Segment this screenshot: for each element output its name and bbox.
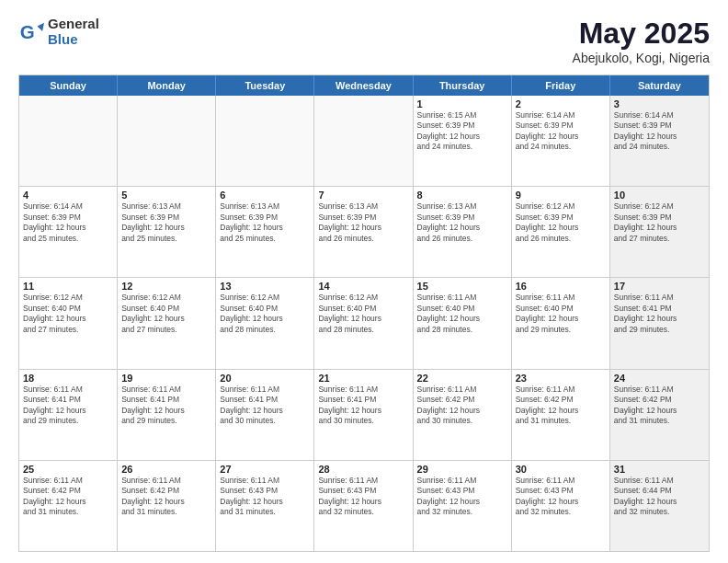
cell-info: Sunrise: 6:11 AM Sunset: 6:43 PM Dayligh…: [220, 476, 310, 518]
header-day-tuesday: Tuesday: [216, 75, 314, 96]
cal-cell-29: 29Sunrise: 6:11 AM Sunset: 6:43 PM Dayli…: [414, 461, 512, 551]
header-day-thursday: Thursday: [414, 75, 512, 96]
cal-cell-6: 6Sunrise: 6:13 AM Sunset: 6:39 PM Daylig…: [216, 187, 314, 277]
day-number: 5: [121, 190, 211, 201]
cal-cell-21: 21Sunrise: 6:11 AM Sunset: 6:41 PM Dayli…: [314, 370, 413, 460]
cal-cell-empty-0: [19, 96, 118, 186]
cal-cell-14: 14Sunrise: 6:12 AM Sunset: 6:40 PM Dayli…: [314, 278, 413, 368]
calendar-row-2: 11Sunrise: 6:12 AM Sunset: 6:40 PM Dayli…: [19, 278, 709, 369]
cell-info: Sunrise: 6:12 AM Sunset: 6:39 PM Dayligh…: [614, 201, 705, 244]
header-day-saturday: Saturday: [610, 75, 709, 96]
day-number: 6: [220, 190, 310, 201]
cal-cell-20: 20Sunrise: 6:11 AM Sunset: 6:41 PM Dayli…: [216, 370, 314, 460]
svg-marker-1: [38, 22, 44, 30]
cal-cell-17: 17Sunrise: 6:11 AM Sunset: 6:41 PM Dayli…: [610, 278, 709, 368]
cell-info: Sunrise: 6:11 AM Sunset: 6:41 PM Dayligh…: [220, 385, 310, 427]
cal-cell-2: 2Sunrise: 6:14 AM Sunset: 6:39 PM Daylig…: [512, 96, 610, 186]
cell-info: Sunrise: 6:11 AM Sunset: 6:41 PM Dayligh…: [614, 293, 705, 335]
month-title: May 2025: [573, 17, 710, 51]
cal-cell-4: 4Sunrise: 6:14 AM Sunset: 6:39 PM Daylig…: [19, 187, 118, 277]
calendar-header: SundayMondayTuesdayWednesdayThursdayFrid…: [19, 75, 709, 96]
logo-blue-text: Blue: [48, 32, 99, 48]
cal-cell-5: 5Sunrise: 6:13 AM Sunset: 6:39 PM Daylig…: [118, 187, 216, 277]
cell-info: Sunrise: 6:13 AM Sunset: 6:39 PM Dayligh…: [220, 201, 310, 244]
day-number: 2: [516, 98, 606, 109]
location: Abejukolo, Kogi, Nigeria: [573, 51, 710, 65]
day-number: 20: [220, 373, 310, 384]
header-day-friday: Friday: [512, 75, 610, 96]
cell-info: Sunrise: 6:15 AM Sunset: 6:39 PM Dayligh…: [417, 110, 507, 153]
cell-info: Sunrise: 6:12 AM Sunset: 6:40 PM Dayligh…: [23, 293, 113, 335]
header-day-wednesday: Wednesday: [314, 75, 413, 96]
cell-info: Sunrise: 6:11 AM Sunset: 6:42 PM Dayligh…: [23, 476, 113, 518]
cell-info: Sunrise: 6:14 AM Sunset: 6:39 PM Dayligh…: [23, 201, 113, 244]
title-section: May 2025 Abejukolo, Kogi, Nigeria: [573, 17, 710, 65]
calendar-row-3: 18Sunrise: 6:11 AM Sunset: 6:41 PM Dayli…: [19, 370, 709, 461]
cal-cell-empty-3: [314, 96, 413, 186]
cal-cell-12: 12Sunrise: 6:12 AM Sunset: 6:40 PM Dayli…: [118, 278, 216, 368]
cell-info: Sunrise: 6:11 AM Sunset: 6:42 PM Dayligh…: [614, 385, 705, 427]
cell-info: Sunrise: 6:12 AM Sunset: 6:39 PM Dayligh…: [516, 201, 606, 244]
logo-icon: G: [18, 19, 44, 45]
day-number: 25: [23, 464, 113, 475]
cell-info: Sunrise: 6:11 AM Sunset: 6:41 PM Dayligh…: [121, 385, 211, 427]
day-number: 15: [417, 281, 507, 292]
cell-info: Sunrise: 6:11 AM Sunset: 6:41 PM Dayligh…: [318, 385, 408, 427]
cal-cell-27: 27Sunrise: 6:11 AM Sunset: 6:43 PM Dayli…: [216, 461, 314, 551]
cal-cell-8: 8Sunrise: 6:13 AM Sunset: 6:39 PM Daylig…: [414, 187, 512, 277]
day-number: 22: [417, 373, 507, 384]
header-day-monday: Monday: [118, 75, 216, 96]
day-number: 26: [121, 464, 211, 475]
cell-info: Sunrise: 6:12 AM Sunset: 6:40 PM Dayligh…: [121, 293, 211, 335]
cell-info: Sunrise: 6:12 AM Sunset: 6:40 PM Dayligh…: [220, 293, 310, 335]
cal-cell-10: 10Sunrise: 6:12 AM Sunset: 6:39 PM Dayli…: [610, 187, 709, 277]
day-number: 17: [614, 281, 705, 292]
day-number: 18: [23, 373, 113, 384]
day-number: 30: [516, 464, 606, 475]
day-number: 19: [121, 373, 211, 384]
cal-cell-7: 7Sunrise: 6:13 AM Sunset: 6:39 PM Daylig…: [314, 187, 413, 277]
cal-cell-22: 22Sunrise: 6:11 AM Sunset: 6:42 PM Dayli…: [414, 370, 512, 460]
cal-cell-9: 9Sunrise: 6:12 AM Sunset: 6:39 PM Daylig…: [512, 187, 610, 277]
day-number: 16: [516, 281, 606, 292]
cal-cell-empty-1: [118, 96, 216, 186]
calendar: SundayMondayTuesdayWednesdayThursdayFrid…: [18, 75, 710, 552]
cal-cell-3: 3Sunrise: 6:14 AM Sunset: 6:39 PM Daylig…: [610, 96, 709, 186]
cal-cell-30: 30Sunrise: 6:11 AM Sunset: 6:43 PM Dayli…: [512, 461, 610, 551]
cal-cell-18: 18Sunrise: 6:11 AM Sunset: 6:41 PM Dayli…: [19, 370, 118, 460]
cal-cell-13: 13Sunrise: 6:12 AM Sunset: 6:40 PM Dayli…: [216, 278, 314, 368]
day-number: 14: [318, 281, 408, 292]
page: G General Blue May 2025 Abejukolo, Kogi,…: [0, 0, 728, 563]
cell-info: Sunrise: 6:11 AM Sunset: 6:42 PM Dayligh…: [121, 476, 211, 518]
logo-general-text: General: [48, 17, 99, 32]
day-number: 23: [516, 373, 606, 384]
day-number: 10: [614, 190, 705, 201]
cal-cell-26: 26Sunrise: 6:11 AM Sunset: 6:42 PM Dayli…: [118, 461, 216, 551]
header-day-sunday: Sunday: [19, 75, 118, 96]
cal-cell-28: 28Sunrise: 6:11 AM Sunset: 6:43 PM Dayli…: [314, 461, 413, 551]
day-number: 28: [318, 464, 408, 475]
day-number: 8: [417, 190, 507, 201]
cal-cell-15: 15Sunrise: 6:11 AM Sunset: 6:40 PM Dayli…: [414, 278, 512, 368]
calendar-row-0: 1Sunrise: 6:15 AM Sunset: 6:39 PM Daylig…: [19, 96, 709, 187]
cell-info: Sunrise: 6:11 AM Sunset: 6:43 PM Dayligh…: [417, 476, 507, 518]
cell-info: Sunrise: 6:11 AM Sunset: 6:40 PM Dayligh…: [417, 293, 507, 335]
svg-text:G: G: [20, 20, 35, 41]
cell-info: Sunrise: 6:11 AM Sunset: 6:44 PM Dayligh…: [614, 476, 705, 518]
cal-cell-25: 25Sunrise: 6:11 AM Sunset: 6:42 PM Dayli…: [19, 461, 118, 551]
cal-cell-31: 31Sunrise: 6:11 AM Sunset: 6:44 PM Dayli…: [610, 461, 709, 551]
day-number: 13: [220, 281, 310, 292]
calendar-body: 1Sunrise: 6:15 AM Sunset: 6:39 PM Daylig…: [19, 96, 709, 551]
cell-info: Sunrise: 6:13 AM Sunset: 6:39 PM Dayligh…: [417, 201, 507, 244]
logo: G General Blue: [18, 17, 99, 47]
day-number: 1: [417, 98, 507, 109]
day-number: 24: [614, 373, 705, 384]
cal-cell-19: 19Sunrise: 6:11 AM Sunset: 6:41 PM Dayli…: [118, 370, 216, 460]
cal-cell-16: 16Sunrise: 6:11 AM Sunset: 6:40 PM Dayli…: [512, 278, 610, 368]
logo-text: General Blue: [48, 17, 99, 47]
day-number: 4: [23, 190, 113, 201]
cal-cell-24: 24Sunrise: 6:11 AM Sunset: 6:42 PM Dayli…: [610, 370, 709, 460]
day-number: 11: [23, 281, 113, 292]
day-number: 29: [417, 464, 507, 475]
day-number: 27: [220, 464, 310, 475]
